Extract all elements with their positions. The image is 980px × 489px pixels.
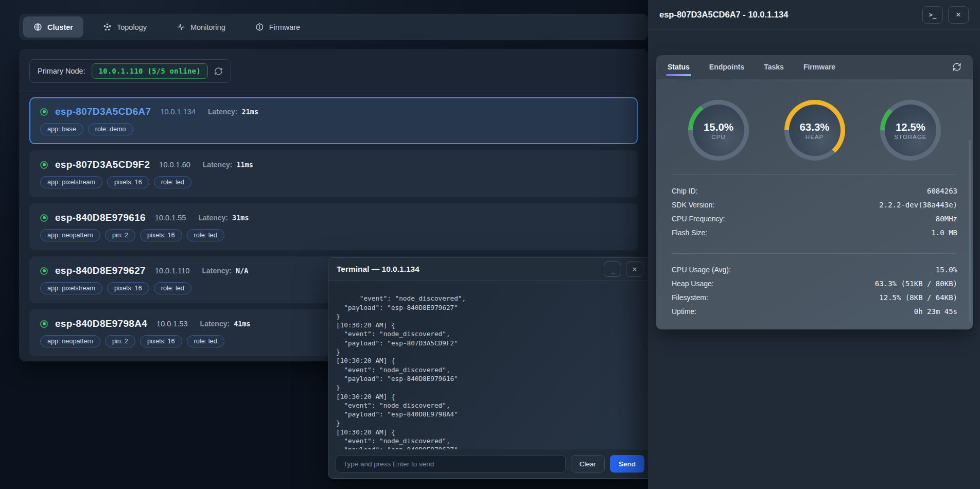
status-online-dot [40,108,48,116]
latency-label: Latency: [200,320,230,328]
node-ip: 10.0.1.55 [155,214,186,222]
detail-value: 12.5% (8KB / 64KB) [879,293,957,302]
node-row-main-line: esp-807D3A5CD6A710.0.1.134Latency:21ms [40,106,627,117]
panel-terminal-button[interactable]: >_ [922,6,943,24]
tab-firmware[interactable]: Firmware [803,55,835,79]
detail-label: CPU Usage (Avg): [672,266,731,274]
detail-row: SDK Version:2.2.2-dev(38a443e) [672,198,957,212]
node-tag: pixels: 16 [107,176,149,188]
detail-row: CPU Frequency:80MHz [672,212,957,225]
nav-tab-cluster[interactable]: Cluster [23,16,83,38]
node-ip: 10.0.1.53 [156,320,187,328]
node-tag: pixels: 16 [107,282,149,294]
node-row-main-line: esp-807D3A5CD9F210.0.1.60Latency:11ms [40,159,627,170]
terminal-send-button[interactable]: Send [610,455,644,473]
node-tag: role: demo [88,123,133,135]
node-tag: pin: 2 [105,229,135,241]
latency-label: Latency: [202,267,232,275]
node-tag: pin: 2 [105,335,135,347]
node-row[interactable]: esp-807D3A5CD9F210.0.1.60Latency:11msapp… [29,150,638,197]
panel-header: esp-807D3A5CD6A7 - 10.0.1.134 >_ ✕ [648,0,980,30]
node-name: esp-840D8E9798A4 [55,318,147,329]
nav-tab-firmware[interactable]: Firmware [245,16,310,38]
node-tags: app: pixelstreampixels: 16role: led [40,176,627,188]
detail-row: Uptime:0h 23m 45s [672,304,957,318]
divider [673,174,956,175]
detail-row: Heap Usage:63.3% (51KB / 80KB) [672,276,957,290]
node-tags: app: baserole: demo [40,123,627,135]
node-detail-panel: esp-807D3A5CD6A7 - 10.0.1.134 >_ ✕ Statu… [648,0,980,489]
detail-label: Uptime: [672,307,696,316]
status-online-dot [40,320,48,328]
primary-node-badge: 10.0.1.110 (5/5 online) [92,63,208,79]
node-name: esp-840D8E979616 [55,212,146,223]
primary-node-bar: Primary Node: 10.0.1.110 (5/5 online) [29,59,231,83]
terminal-clear-button[interactable]: Clear [571,455,605,473]
latency-label: Latency: [198,214,228,222]
panel-refresh-icon[interactable] [952,62,961,72]
detail-row: CPU Usage (Avg):15.0% [672,263,957,276]
panel-tab-bar: StatusEndpointsTasksFirmware [656,55,973,79]
terminal-input-row: Clear Send [328,449,652,478]
panel-scrollbar-thumb[interactable] [969,140,971,322]
latency-value: 41ms [234,320,251,328]
latency-value: N/A [236,267,248,275]
latency-value: 21ms [242,108,259,116]
detail-row: Chip ID:6084263 [672,184,957,198]
terminal-command-input[interactable] [336,455,566,473]
device-info-list: Chip ID:6084263SDK Version:2.2.2-dev(38a… [672,184,957,239]
gauge-cpu: 15.0%CPU [688,100,749,161]
nav-tab-label: Monitoring [190,23,225,31]
detail-row: Flash Size:1.0 MB [672,225,957,239]
gauge-storage: 12.5%STORAGE [880,100,941,161]
node-tag: app: neopattern [40,229,100,241]
tab-status[interactable]: Status [668,55,690,79]
node-tag: role: led [154,282,191,294]
gauge-value: 15.0% [704,121,733,133]
terminal-close-button[interactable]: ✕ [626,261,643,277]
node-tag: app: base [40,123,83,135]
nav-tab-label: Topology [117,23,147,31]
node-tag: pixels: 16 [140,335,182,347]
terminal-output[interactable]: "event": "node_discovered", "payload": "… [328,281,652,449]
status-online-dot [40,161,48,169]
gauges-row: 15.0%CPU63.3%HEAP12.5%STORAGE [672,100,957,161]
detail-value: 15.0% [936,266,957,274]
topology-icon [103,23,112,31]
status-card: StatusEndpointsTasksFirmware 15.0%CPU63.… [656,55,973,329]
tab-tasks[interactable]: Tasks [764,55,784,79]
gauge-label: CPU [711,134,725,140]
nav-tab-label: Firmware [269,23,300,31]
detail-value: 6084263 [927,187,957,195]
status-online-dot [40,214,48,222]
divider [673,253,956,254]
detail-row: Filesystem:12.5% (8KB / 64KB) [672,290,957,304]
node-ip: 10.0.1.134 [160,108,196,116]
detail-label: Flash Size: [672,229,707,237]
nav-tab-monitoring[interactable]: Monitoring [166,16,236,38]
node-name: esp-840D8E979627 [55,265,146,276]
gauge-value: 12.5% [896,121,925,133]
nav-tab-label: Cluster [47,23,73,31]
node-row[interactable]: esp-807D3A5CD6A710.0.1.134Latency:21msap… [29,97,638,144]
nav-tab-topology[interactable]: Topology [93,16,157,38]
terminal-log-text: "event": "node_discovered", "payload": "… [336,294,466,449]
terminal-minimize-button[interactable]: _ [604,261,621,277]
detail-value: 80MHz [936,215,957,223]
top-nav: ClusterTopologyMonitoringFirmware [19,14,648,40]
panel-title: esp-807D3A5CD6A7 - 10.0.1.134 [659,10,788,20]
tab-endpoints[interactable]: Endpoints [709,55,744,79]
usage-info-list: CPU Usage (Avg):15.0%Heap Usage:63.3% (5… [672,263,957,318]
refresh-icon[interactable] [214,67,223,76]
node-row[interactable]: esp-840D8E97961610.0.1.55Latency:31msapp… [29,203,638,250]
gauge-heap: 63.3%HEAP [784,100,845,161]
latency-label: Latency: [203,161,233,169]
gauge-label: STORAGE [894,134,926,140]
node-row-main-line: esp-840D8E97961610.0.1.55Latency:31ms [40,212,627,223]
gauge-center: 15.0%CPU [693,104,744,156]
panel-close-button[interactable]: ✕ [948,6,969,24]
node-tag: role: led [187,229,224,241]
node-name: esp-807D3A5CD9F2 [55,159,150,170]
terminal-header: Terminal — 10.0.1.134 _ ✕ [328,258,652,281]
detail-value: 0h 23m 45s [914,307,957,316]
